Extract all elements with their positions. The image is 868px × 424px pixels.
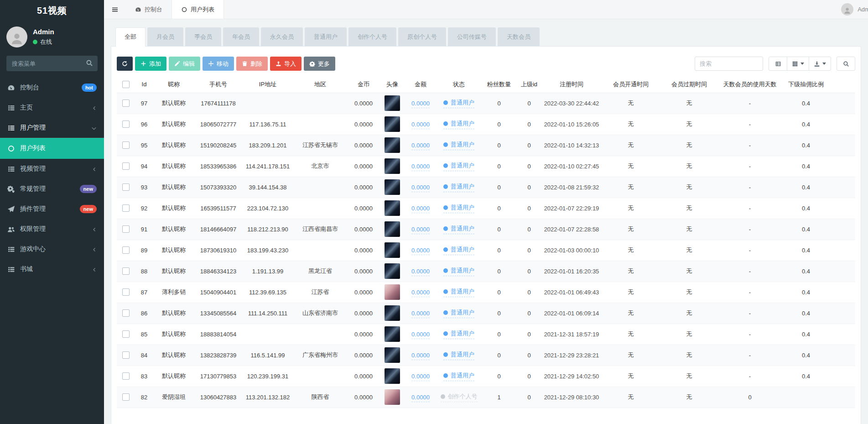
column-header-8[interactable]: 状态 — [437, 76, 481, 93]
sidebar-item-9[interactable]: 书城 — [0, 259, 104, 279]
refresh-button[interactable] — [117, 57, 133, 71]
filter-tab-3[interactable]: 年会员 — [223, 27, 259, 46]
hamburger-menu-icon[interactable] — [104, 0, 126, 19]
cell-amount[interactable]: 0.0000 — [411, 394, 430, 402]
advanced-search-button[interactable] — [837, 57, 855, 71]
avatar-thumbnail[interactable] — [385, 242, 400, 258]
status-badge[interactable]: 普通用户 — [443, 330, 474, 339]
columns-toggle-button[interactable] — [787, 57, 809, 71]
topbar-tab-1[interactable]: 用户列表 — [172, 0, 224, 19]
avatar-thumbnail[interactable] — [385, 263, 400, 279]
cell-amount[interactable]: 0.0000 — [411, 331, 430, 339]
status-badge[interactable]: 普通用户 — [443, 204, 474, 213]
row-checkbox[interactable] — [122, 372, 130, 380]
more-button[interactable]: 更多 — [304, 57, 335, 71]
avatar-thumbnail[interactable] — [385, 179, 400, 195]
cell-amount[interactable]: 0.0000 — [411, 226, 430, 234]
avatar-thumbnail[interactable] — [385, 137, 400, 153]
row-checkbox[interactable] — [122, 393, 130, 401]
move-button[interactable]: 移动 — [203, 57, 234, 71]
cell-amount[interactable]: 0.0000 — [411, 268, 430, 276]
select-all-checkbox[interactable] — [122, 81, 130, 88]
add-button[interactable]: 添加 — [135, 57, 166, 71]
status-badge[interactable]: 普通用户 — [443, 183, 474, 192]
column-header-0[interactable]: Id — [135, 76, 153, 93]
column-header-4[interactable]: 地区 — [293, 76, 347, 93]
column-header-14[interactable]: 天数会员的使用天数 — [718, 76, 781, 93]
filter-tab-2[interactable]: 季会员 — [185, 27, 221, 46]
cell-amount[interactable]: 0.0000 — [411, 184, 430, 192]
column-header-12[interactable]: 会员开通时间 — [602, 76, 660, 93]
row-checkbox[interactable] — [122, 351, 130, 359]
row-checkbox[interactable] — [122, 204, 130, 212]
status-badge[interactable]: 创作个人号 — [441, 393, 478, 402]
cell-amount[interactable]: 0.0000 — [411, 352, 430, 360]
column-header-13[interactable]: 会员过期时间 — [660, 76, 718, 93]
cell-amount[interactable]: 0.0000 — [411, 100, 430, 108]
filter-tab-8[interactable]: 公司传媒号 — [448, 27, 496, 46]
status-badge[interactable]: 普通用户 — [443, 99, 474, 108]
sidebar-item-4[interactable]: 视频管理 — [0, 159, 104, 179]
topbar-tab-0[interactable]: 控制台 — [126, 0, 172, 19]
sidebar-item-1[interactable]: 主页 — [0, 98, 104, 118]
sidebar-item-2[interactable]: 用户管理 — [0, 118, 104, 138]
filter-tab-0[interactable]: 全部 — [115, 27, 146, 47]
sidebar-item-8[interactable]: 游戏中心 — [0, 239, 104, 259]
filter-tab-5[interactable]: 普通用户 — [305, 27, 347, 46]
avatar-thumbnail[interactable] — [385, 389, 400, 405]
sidebar-item-5[interactable]: 常规管理new — [0, 179, 104, 199]
filter-tab-1[interactable]: 月会员 — [147, 27, 183, 46]
status-badge[interactable]: 普通用户 — [443, 351, 474, 360]
avatar-thumbnail[interactable] — [385, 368, 400, 384]
column-header-7[interactable]: 金额 — [405, 76, 437, 93]
column-header-6[interactable]: 头像 — [380, 76, 405, 93]
import-button[interactable]: 导入 — [270, 57, 301, 71]
sidebar-item-3[interactable]: 用户列表 — [0, 138, 104, 159]
filter-tab-4[interactable]: 永久会员 — [261, 27, 303, 46]
row-checkbox[interactable] — [122, 225, 130, 233]
row-checkbox[interactable] — [122, 267, 130, 275]
menu-search-input[interactable] — [6, 56, 98, 71]
sidebar-item-7[interactable]: 权限管理 — [0, 219, 104, 239]
row-checkbox[interactable] — [122, 162, 130, 170]
status-badge[interactable]: 普通用户 — [443, 309, 474, 318]
column-header-5[interactable]: 金币 — [347, 76, 380, 93]
column-header-15[interactable]: 下级抽佣比例 — [781, 76, 831, 93]
status-badge[interactable]: 普通用户 — [443, 372, 474, 381]
cell-amount[interactable]: 0.0000 — [411, 247, 430, 255]
row-checkbox[interactable] — [122, 183, 130, 191]
column-header-11[interactable]: 注册时间 — [541, 76, 602, 93]
column-header-16[interactable]: 0=停 — [831, 76, 855, 93]
cell-amount[interactable]: 0.0000 — [411, 289, 430, 297]
row-checkbox[interactable] — [122, 141, 130, 149]
avatar-thumbnail[interactable] — [385, 326, 400, 342]
column-header-10[interactable]: 上级id — [517, 76, 541, 93]
cell-amount[interactable]: 0.0000 — [411, 205, 430, 213]
topbar-user[interactable]: Admin — [841, 0, 868, 19]
status-badge[interactable]: 普通用户 — [443, 288, 474, 297]
avatar-thumbnail[interactable] — [385, 95, 400, 111]
avatar-thumbnail[interactable] — [385, 158, 400, 174]
status-badge[interactable]: 普通用户 — [443, 141, 474, 150]
cell-amount[interactable]: 0.0000 — [411, 163, 430, 171]
row-checkbox[interactable] — [122, 246, 130, 254]
row-checkbox[interactable] — [122, 330, 130, 338]
sidebar-item-0[interactable]: 控制台hot — [0, 78, 104, 98]
search-icon[interactable] — [86, 59, 93, 67]
export-button[interactable] — [809, 57, 831, 71]
sidebar-item-6[interactable]: 插件管理new — [0, 199, 104, 219]
column-header-3[interactable]: IP地址 — [242, 76, 293, 93]
row-checkbox[interactable] — [122, 288, 130, 296]
cell-amount[interactable]: 0.0000 — [411, 310, 430, 318]
status-badge[interactable]: 普通用户 — [443, 267, 474, 276]
column-header-9[interactable]: 粉丝数量 — [481, 76, 517, 93]
avatar-thumbnail[interactable] — [385, 221, 400, 237]
filter-tab-7[interactable]: 原创个人号 — [398, 27, 446, 46]
column-header-1[interactable]: 昵称 — [153, 76, 194, 93]
avatar-thumbnail[interactable] — [385, 305, 400, 321]
cell-amount[interactable]: 0.0000 — [411, 121, 430, 129]
avatar-thumbnail[interactable] — [385, 200, 400, 216]
row-checkbox[interactable] — [122, 309, 130, 317]
cell-amount[interactable]: 0.0000 — [411, 142, 430, 150]
column-header-2[interactable]: 手机号 — [194, 76, 242, 93]
